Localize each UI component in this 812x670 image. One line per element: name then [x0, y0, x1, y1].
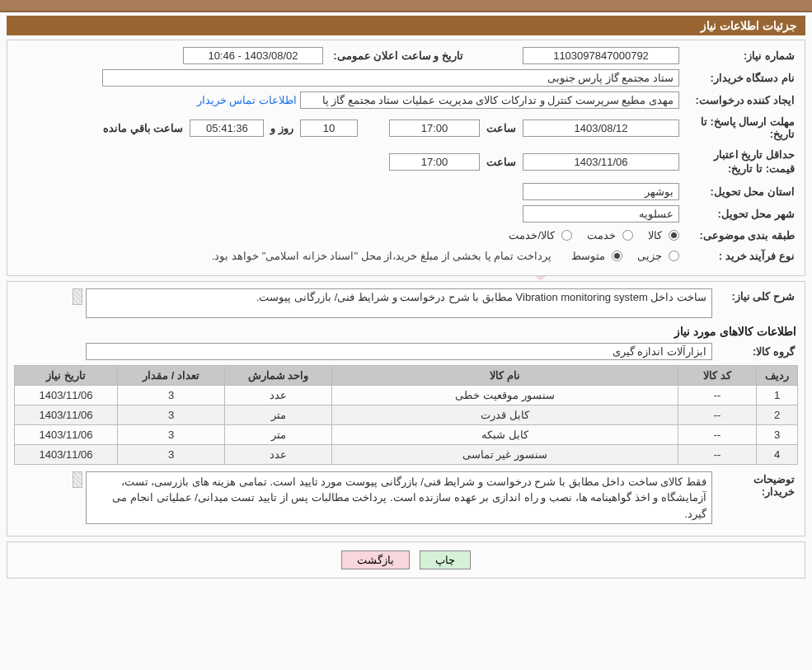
cell-name: کابل شبکه [332, 424, 678, 444]
radio-label-minor: جزیی [637, 250, 662, 262]
cell-unit: عدد [225, 444, 332, 464]
cell-unit: عدد [225, 385, 332, 405]
cell-date: 1403/11/06 [15, 405, 118, 424]
label-response-deadline: مهلت ارسال پاسخ: تا تاریخ: [683, 114, 798, 142]
cell-row: 1 [757, 385, 798, 405]
description-goods-panel: شرح کلی نیاز: ساخت داخل Vibration monito… [7, 281, 805, 537]
cell-name: کابل قدرت [332, 405, 678, 424]
cell-unit: متر [225, 405, 332, 424]
label-purchase-process: نوع فرآیند خرید : [683, 248, 798, 264]
label-buyer-org: نام دستگاه خریدار: [683, 70, 798, 86]
field-announce-dt: 1403/08/02 - 10:46 [183, 47, 323, 64]
cell-row: 4 [757, 444, 798, 464]
field-buyer-org: ستاد مجتمع گاز پارس جنوبی [102, 69, 679, 87]
cell-date: 1403/11/06 [15, 444, 118, 464]
cell-unit: متر [225, 424, 332, 444]
purchase-process-note: پرداخت تمام یا بخشی از مبلغ خرید،از محل … [212, 250, 552, 262]
radio-label-goods-service: کالا/خدمت [509, 229, 555, 241]
cell-row: 2 [757, 405, 798, 424]
cell-code: -- [678, 385, 757, 405]
radio-process-minor[interactable] [669, 251, 679, 261]
label-subject-class: طبقه بندی موضوعی: [683, 227, 798, 243]
field-requester: مهدی مطیع سرپرست کنترل و تدارکات کالای م… [300, 91, 679, 109]
label-delivery-city: شهر محل تحویل: [683, 206, 798, 222]
cell-code: -- [678, 444, 757, 464]
table-row: 3 -- کابل شبکه متر 3 1403/11/06 [15, 424, 798, 444]
radio-class-service[interactable] [622, 230, 633, 241]
cell-code: -- [678, 405, 757, 424]
radio-label-medium: متوسط [571, 250, 605, 262]
label-time-1: ساعت [483, 120, 519, 136]
cell-name: سنسور موقعیت خطی [332, 385, 678, 405]
th-row: ردیف [757, 365, 798, 385]
goods-info-heading: اطلاعات کالاهای مورد نیاز [16, 325, 796, 338]
table-row: 2 -- کابل قدرت متر 3 1403/11/06 [15, 405, 798, 424]
label-time-2: ساعت [483, 154, 519, 170]
radio-label-service: خدمت [587, 229, 616, 241]
cell-code: -- [678, 424, 757, 444]
page-title: جزئیات اطلاعات نیاز [7, 16, 805, 35]
field-overall-desc: ساخت داخل Vibration monitoring system مط… [86, 288, 712, 318]
label-remaining: ساعت باقي مانده [100, 120, 186, 136]
th-code: کد کالا [678, 365, 757, 385]
th-name: نام کالا [332, 365, 678, 385]
print-button[interactable]: چاپ [420, 551, 471, 569]
cell-qty: 3 [118, 424, 225, 444]
field-remaining-clock: 05:41:36 [190, 119, 264, 137]
label-goods-group: گروه کالا: [716, 344, 798, 359]
field-price-valid-date: 1403/11/06 [523, 153, 679, 171]
cell-row: 3 [757, 424, 798, 444]
table-row: 1 -- سنسور موقعیت خطی عدد 3 1403/11/06 [15, 385, 798, 405]
cell-qty: 3 [118, 405, 225, 424]
cell-date: 1403/11/06 [15, 385, 118, 405]
th-date: تاریخ نیاز [15, 365, 118, 385]
field-buyer-notes: فقط کالای ساخت داخل مطابق با شرح درخواست… [86, 471, 712, 525]
footer-panel: چاپ بازگشت [7, 541, 805, 579]
label-overall-desc: شرح کلی نیاز: [716, 288, 798, 304]
cell-qty: 3 [118, 385, 225, 405]
resize-handle-icon[interactable] [73, 288, 82, 305]
label-announce-dt: تاریخ و ساعت اعلان عمومی: [326, 48, 467, 63]
radio-label-goods: کالا [648, 229, 662, 241]
field-need-no: 1103097847000792 [523, 47, 679, 64]
th-unit: واحد شمارش [225, 365, 332, 385]
cell-date: 1403/11/06 [15, 424, 118, 444]
label-need-no: شماره نیاز: [683, 48, 798, 63]
label-buyer-notes: توضیحات خریدار: [716, 471, 798, 499]
field-delivery-province: بوشهر [523, 183, 679, 200]
field-response-time: 17:00 [389, 119, 480, 137]
label-requester: ایجاد کننده درخواست: [683, 92, 798, 108]
label-delivery-province: استان محل تحویل: [683, 184, 798, 199]
field-remaining-days: 10 [300, 119, 358, 137]
cell-qty: 3 [118, 444, 225, 464]
window-top-strip [0, 0, 812, 12]
resize-handle-icon[interactable] [73, 471, 82, 488]
radio-class-goods-service[interactable] [561, 230, 572, 241]
field-goods-group: ابزارآلات اندازه گیری [86, 343, 712, 360]
field-delivery-city: عسلويه [523, 205, 679, 223]
field-price-valid-time: 17:00 [389, 153, 480, 171]
need-info-panel: شماره نیاز: 1103097847000792 تاریخ و ساع… [7, 40, 805, 276]
field-response-date: 1403/08/12 [523, 119, 679, 137]
table-row: 4 -- سنسور غیر تماسی عدد 3 1403/11/06 [15, 444, 798, 464]
back-button[interactable]: بازگشت [341, 551, 410, 569]
th-qty: تعداد / مقدار [118, 365, 225, 385]
radio-process-medium[interactable] [612, 251, 622, 261]
table-header-row: ردیف کد کالا نام کالا واحد شمارش تعداد /… [15, 365, 798, 385]
label-price-valid: حداقل تاریخ اعتبار قیمت: تا تاریخ: [683, 147, 798, 178]
radio-class-goods[interactable] [669, 230, 679, 241]
link-buyer-contact[interactable]: اطلاعات تماس خریدار [197, 94, 297, 106]
goods-table: ردیف کد کالا نام کالا واحد شمارش تعداد /… [14, 365, 798, 465]
cell-name: سنسور غیر تماسی [332, 444, 678, 464]
label-days-and: روز و [267, 120, 297, 136]
